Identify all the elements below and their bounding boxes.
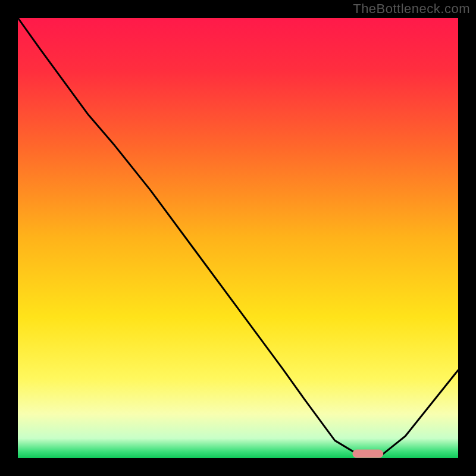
plot-area xyxy=(18,18,458,458)
chart-frame: TheBottleneck.com xyxy=(0,0,476,476)
optimal-marker xyxy=(352,450,383,458)
watermark-text: TheBottleneck.com xyxy=(353,1,470,17)
gradient-fill-rect xyxy=(18,18,458,458)
chart-svg xyxy=(18,18,458,458)
